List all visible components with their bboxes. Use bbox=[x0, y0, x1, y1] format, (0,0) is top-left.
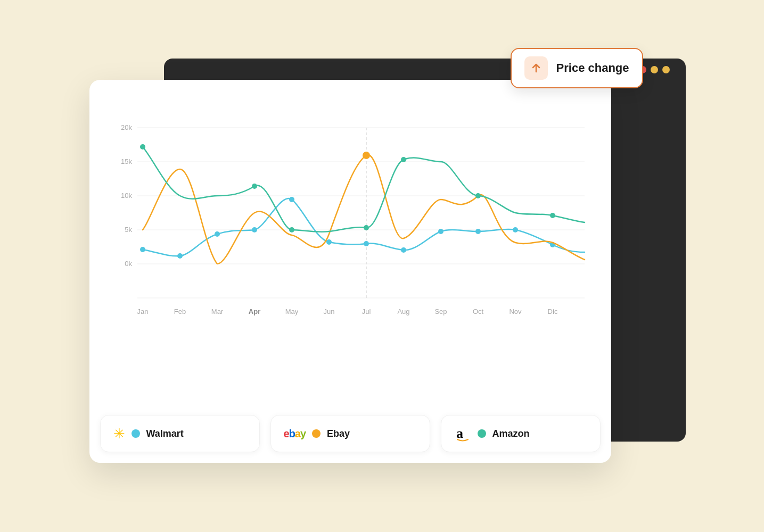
svg-point-42 bbox=[475, 193, 481, 198]
scene: Price change 20k 15k 10k 5k 0k Jan bbox=[89, 48, 675, 484]
ebay-letter-a: a bbox=[295, 428, 300, 439]
traffic-dot-yellow bbox=[651, 66, 658, 73]
amazon-label: Amazon bbox=[492, 428, 530, 439]
svg-point-27 bbox=[252, 227, 257, 232]
legend-area: ✳ Walmart ebay Ebay a Amazon bbox=[100, 415, 601, 452]
svg-text:Feb: Feb bbox=[174, 307, 185, 315]
svg-text:Mar: Mar bbox=[211, 307, 223, 315]
traffic-dot-green bbox=[662, 66, 670, 73]
svg-point-37 bbox=[140, 144, 145, 149]
legend-card-amazon: a Amazon bbox=[441, 415, 601, 452]
ebay-icon: ebay bbox=[284, 428, 306, 440]
svg-text:Aug: Aug bbox=[397, 307, 409, 315]
chart-svg: 20k 15k 10k 5k 0k Jan Feb Mar Apr May Ju… bbox=[105, 117, 595, 340]
price-arrow-icon-bg bbox=[524, 56, 548, 80]
ebay-color-dot bbox=[312, 429, 321, 438]
svg-text:0k: 0k bbox=[125, 260, 132, 268]
walmart-color-dot bbox=[132, 429, 140, 438]
svg-text:May: May bbox=[285, 307, 298, 315]
svg-text:Sep: Sep bbox=[434, 307, 447, 315]
svg-text:Jun: Jun bbox=[323, 307, 334, 315]
svg-point-33 bbox=[475, 229, 481, 234]
svg-point-40 bbox=[364, 225, 369, 230]
svg-point-36 bbox=[363, 152, 370, 159]
svg-point-28 bbox=[289, 197, 294, 202]
ebay-letter-b: b bbox=[289, 428, 295, 439]
svg-point-39 bbox=[289, 227, 294, 232]
svg-point-26 bbox=[215, 231, 220, 237]
svg-text:Oct: Oct bbox=[472, 307, 483, 315]
svg-text:Jul: Jul bbox=[362, 307, 371, 315]
ebay-letter-e: e bbox=[284, 428, 289, 439]
svg-text:20k: 20k bbox=[121, 123, 132, 131]
amazon-color-dot bbox=[478, 429, 486, 438]
svg-point-43 bbox=[550, 213, 555, 218]
svg-text:Nov: Nov bbox=[509, 307, 522, 315]
svg-point-41 bbox=[401, 157, 406, 162]
chart-container: 20k 15k 10k 5k 0k Jan Feb Mar Apr May Ju… bbox=[105, 117, 595, 340]
price-up-arrow-icon bbox=[530, 62, 542, 74]
svg-point-25 bbox=[177, 253, 183, 259]
svg-point-34 bbox=[513, 227, 518, 232]
walmart-icon: ✳ bbox=[113, 426, 125, 442]
ebay-letter-y: y bbox=[300, 428, 306, 439]
svg-point-24 bbox=[140, 247, 145, 252]
svg-point-32 bbox=[438, 229, 443, 234]
legend-card-walmart: ✳ Walmart bbox=[100, 415, 260, 452]
svg-text:Jan: Jan bbox=[137, 307, 148, 315]
svg-text:5k: 5k bbox=[125, 226, 132, 234]
walmart-label: Walmart bbox=[146, 428, 184, 439]
svg-text:15k: 15k bbox=[121, 157, 132, 165]
svg-point-29 bbox=[326, 239, 332, 245]
price-change-card: Price change bbox=[511, 48, 643, 88]
svg-text:a: a bbox=[456, 426, 463, 441]
window-main: 20k 15k 10k 5k 0k Jan Feb Mar Apr May Ju… bbox=[89, 80, 611, 463]
svg-text:10k: 10k bbox=[121, 192, 132, 200]
svg-point-38 bbox=[252, 184, 257, 189]
price-change-label: Price change bbox=[556, 61, 629, 75]
svg-text:Apr: Apr bbox=[248, 307, 260, 315]
svg-point-30 bbox=[364, 241, 369, 246]
svg-point-31 bbox=[401, 247, 406, 253]
svg-text:Dic: Dic bbox=[547, 307, 557, 315]
amazon-icon: a bbox=[454, 425, 471, 442]
ebay-label: Ebay bbox=[327, 428, 350, 439]
traffic-lights bbox=[639, 66, 670, 73]
legend-card-ebay: ebay Ebay bbox=[270, 415, 430, 452]
